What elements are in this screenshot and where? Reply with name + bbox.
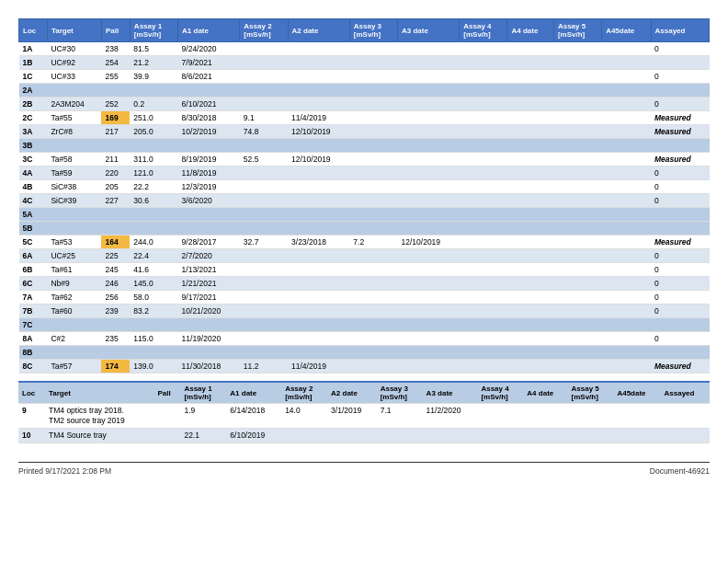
table-cell — [553, 291, 601, 304]
table-cell — [398, 332, 460, 346]
special-table-cell — [154, 404, 180, 429]
table-cell — [602, 318, 651, 332]
table-cell — [349, 332, 397, 346]
table-cell — [47, 318, 101, 332]
table-cell: 58.0 — [130, 291, 177, 304]
table-cell — [398, 153, 460, 167]
table-cell — [460, 222, 507, 236]
table-row: 6BTa#6124541.61/13/20210 — [19, 263, 710, 277]
table-cell — [553, 208, 601, 222]
table-cell: 0.2 — [130, 98, 177, 111]
special-table-cell: 10 — [18, 429, 45, 443]
table-cell — [460, 346, 507, 360]
table-cell — [507, 180, 553, 194]
table-row: 3AZrC#8217205.010/2/201974.812/10/2019Me… — [19, 125, 710, 139]
table-cell — [602, 153, 651, 167]
table-cell — [460, 125, 507, 139]
special-table-cell — [661, 429, 711, 443]
table-cell: Measured — [651, 153, 710, 167]
table-cell — [288, 249, 349, 263]
table-cell: 244.0 — [130, 236, 177, 249]
table-cell: 1/13/2021 — [178, 263, 240, 277]
table-cell: UC#33 — [47, 70, 101, 84]
table-cell: 2C — [19, 111, 48, 125]
table-cell: 8/19/2019 — [178, 153, 240, 167]
table-cell — [288, 194, 349, 208]
table-cell — [130, 139, 177, 153]
table-cell — [398, 277, 460, 291]
table-cell — [398, 249, 460, 263]
table-cell: 5A — [19, 208, 48, 222]
table-cell — [349, 360, 397, 373]
table-cell — [460, 318, 507, 332]
table-row: 7ATa#6225658.09/17/20210 — [19, 291, 710, 304]
table-cell — [398, 304, 460, 318]
table-cell — [460, 139, 507, 153]
table-cell: 9/24/2020 — [178, 42, 240, 56]
table-cell — [507, 360, 553, 373]
special-header-cell: Assay 3[mSv/h] — [377, 382, 423, 404]
table-cell — [240, 291, 288, 304]
table-cell: 6C — [19, 277, 48, 291]
table-cell — [130, 84, 177, 98]
table-cell — [602, 346, 651, 360]
col-loc: Loc — [19, 19, 48, 42]
table-cell: 121.0 — [130, 167, 177, 180]
table-cell: 11/19/2020 — [178, 332, 240, 346]
table-cell: 227 — [101, 194, 130, 208]
table-cell — [178, 139, 240, 153]
table-cell: Ta#57 — [47, 360, 101, 373]
table-cell: 12/10/2019 — [398, 236, 460, 249]
table-cell — [288, 84, 349, 98]
table-cell — [602, 56, 651, 70]
table-cell: 311.0 — [130, 153, 177, 167]
table-cell — [553, 263, 601, 277]
table-cell — [553, 84, 601, 98]
table-cell — [240, 42, 288, 56]
table-cell — [507, 332, 553, 346]
table-cell — [349, 84, 397, 98]
table-cell: 169 — [101, 111, 130, 125]
table-cell: 39.9 — [130, 70, 177, 84]
table-cell — [349, 98, 397, 111]
table-cell: 8/30/2018 — [178, 111, 240, 125]
table-row: 5B — [19, 222, 710, 236]
table-cell: 254 — [101, 56, 130, 70]
table-cell — [460, 56, 507, 70]
special-table-row: 9TM4 optics tray 2018. TM2 source tray 2… — [18, 404, 710, 429]
special-table-cell — [477, 429, 523, 443]
table-cell: 0 — [651, 263, 710, 277]
special-header-cell: Assay 5[mSv/h] — [568, 382, 614, 404]
table-cell — [651, 346, 710, 360]
table-cell: 11/30/2018 — [178, 360, 240, 373]
table-cell — [460, 42, 507, 56]
table-cell: 6A — [19, 249, 48, 263]
table-cell: C#2 — [47, 332, 101, 346]
table-cell — [130, 318, 177, 332]
table-cell — [460, 167, 507, 180]
table-cell: 239 — [101, 304, 130, 318]
table-cell: 4B — [19, 180, 48, 194]
table-cell — [460, 180, 507, 194]
table-cell: 52.5 — [240, 153, 288, 167]
table-cell: 3A — [19, 125, 48, 139]
col-a2date: A2 date — [288, 19, 349, 42]
table-cell: 205.0 — [130, 125, 177, 139]
table-cell — [288, 263, 349, 277]
table-cell — [507, 304, 553, 318]
special-table-cell: 1.9 — [180, 404, 226, 429]
table-row: 4ATa#59220121.011/8/20190 — [19, 167, 710, 180]
table-cell: 211 — [101, 153, 130, 167]
special-header-cell: Loc — [18, 382, 45, 404]
col-pall: Pall — [101, 19, 130, 42]
table-cell — [460, 277, 507, 291]
table-cell: 7B — [19, 304, 48, 318]
special-table-row: 10TM4 Source tray22.16/10/2019 — [18, 429, 710, 443]
table-cell — [349, 111, 397, 125]
table-cell — [349, 70, 397, 84]
table-cell: 0 — [651, 70, 710, 84]
table-cell — [349, 277, 397, 291]
table-cell — [553, 304, 601, 318]
special-table-cell — [327, 429, 377, 443]
table-cell: 10/2/2019 — [178, 125, 240, 139]
